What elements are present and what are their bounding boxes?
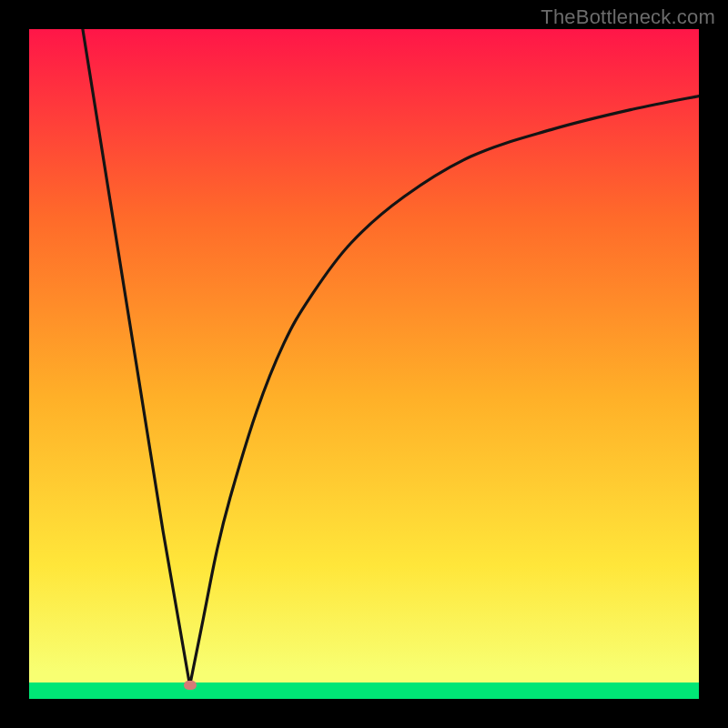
watermark-text: TheBottleneck.com: [541, 5, 715, 29]
bottleneck-curve: [29, 29, 699, 699]
minimum-marker: [184, 681, 197, 690]
plot-area: [29, 29, 699, 699]
chart-outer-frame: TheBottleneck.com: [0, 0, 728, 728]
plot-frame: [29, 29, 699, 699]
